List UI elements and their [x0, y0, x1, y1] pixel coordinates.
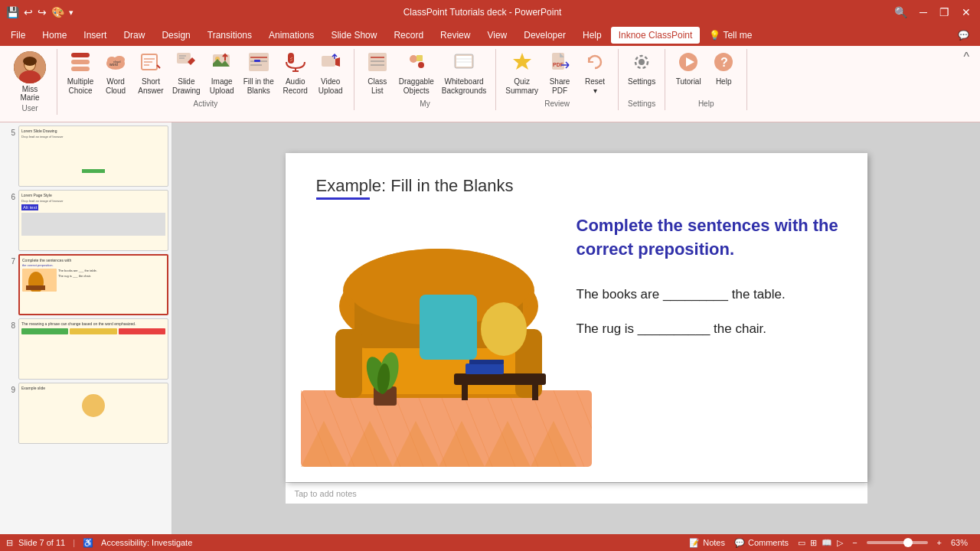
comments-label: Comments	[748, 538, 789, 547]
ribbon-group-review: QuizSummary PDF SharePDF	[499, 49, 619, 110]
svg-rect-27	[254, 60, 260, 62]
zoom-percent[interactable]: 63%	[951, 538, 974, 547]
slide-preview-6[interactable]: Lorem Page Style Drop lead an image of b…	[18, 190, 168, 251]
menu-help[interactable]: Help	[575, 27, 609, 44]
notes-button[interactable]: 📝 Notes	[689, 538, 725, 548]
image-upload-icon	[211, 51, 233, 76]
slide-preview-inner-9: Example slide	[19, 383, 168, 443]
activity-buttons: MultipleChoice word cloud WordCloud	[64, 49, 348, 99]
notes-icon: 📝	[689, 538, 700, 548]
whiteboard-bg-button[interactable]: WhiteboardBackgrounds	[439, 49, 489, 98]
minimize-button[interactable]: ─	[916, 6, 930, 18]
slide-drawing-button[interactable]: SlideDrawing	[169, 49, 204, 98]
slide-num-8: 8	[3, 321, 15, 330]
menu-insert[interactable]: Insert	[76, 27, 114, 44]
quiz-summary-button[interactable]: QuizSummary	[502, 49, 541, 98]
reset-icon	[584, 51, 606, 76]
settings-button[interactable]: Settings	[625, 49, 658, 89]
video-upload-button[interactable]: VideoUpload	[314, 49, 348, 98]
menu-slideshow[interactable]: Slide Show	[323, 27, 384, 44]
menu-animations[interactable]: Animations	[261, 27, 322, 44]
menu-transitions[interactable]: Transitions	[200, 27, 260, 44]
svg-rect-77	[335, 329, 362, 398]
ribbon-collapse-button[interactable]: ^	[959, 49, 974, 66]
menu-developer[interactable]: Developer	[516, 27, 573, 44]
restore-button[interactable]: ❐	[936, 6, 952, 18]
zoom-plus[interactable]: +	[937, 538, 942, 547]
audio-record-button[interactable]: AudioRecord	[279, 49, 312, 98]
menu-view[interactable]: View	[479, 27, 514, 44]
word-cloud-button[interactable]: word cloud WordCloud	[99, 49, 132, 98]
svg-point-4	[23, 57, 37, 66]
slide-preview-5[interactable]: Lorem Slide Drawing Drop lead an image o…	[18, 126, 168, 187]
slide-thumb-5[interactable]: 5 Lorem Slide Drawing Drop lead an image…	[3, 126, 168, 187]
view-icons: ▭ ⊞ 📖 ▷	[798, 538, 843, 548]
share-pdf-button[interactable]: PDF SharePDF	[543, 49, 577, 98]
slide-thumb-6[interactable]: 6 Lorem Page Style Drop lead an image of…	[3, 190, 168, 251]
fill-blanks-label: Fill in theBlanks	[243, 77, 274, 96]
slide-thumb-9[interactable]: 9 Example slide	[3, 383, 168, 444]
ribbon: MissMarie User MultipleChoice	[0, 46, 980, 122]
menu-record[interactable]: Record	[386, 27, 431, 44]
share-pdf-label: SharePDF	[550, 77, 570, 96]
notes-bar[interactable]: Tap to add notes	[286, 482, 867, 504]
menu-file[interactable]: File	[3, 27, 33, 44]
zoom-slider[interactable]	[867, 541, 928, 544]
notes-label: Notes	[703, 538, 725, 547]
reset-button[interactable]: Reset▾	[578, 49, 612, 98]
customize-icon[interactable]: 🎨	[51, 6, 64, 18]
slide-preview-8[interactable]: The meaning a phrase can change based on…	[18, 318, 168, 380]
title-bar: 💾 ↩ ↪ 🎨 ▾ ClassPoint Tutorials deck - Po…	[0, 0, 980, 24]
slide-preview-7[interactable]: Complete the sentences with the correct …	[18, 254, 168, 315]
svg-point-81	[481, 302, 527, 356]
svg-rect-85	[466, 364, 504, 374]
ribbon-group-settings: Settings Settings	[622, 49, 665, 110]
quick-access-toolbar: 💾 ↩ ↪ 🎨 ▾	[6, 6, 74, 18]
redo-icon[interactable]: ↪	[38, 6, 47, 18]
slide-preview-inner-7: Complete the sentences with the correct …	[20, 256, 167, 314]
user-profile-button[interactable]: MissMarie	[9, 49, 51, 104]
search-icon[interactable]: 🔍	[891, 6, 910, 18]
multiple-choice-button[interactable]: MultipleChoice	[64, 49, 97, 98]
help-group-label: Help	[698, 99, 714, 110]
menu-home[interactable]: Home	[34, 27, 74, 44]
image-upload-button[interactable]: ImageUpload	[205, 49, 239, 98]
word-cloud-label: WordCloud	[106, 77, 126, 96]
slide-preview-9[interactable]: Example slide	[18, 383, 168, 444]
slide-num-5: 5	[3, 129, 15, 137]
fill-blanks-button[interactable]: Fill in theBlanks	[240, 49, 277, 98]
class-list-button[interactable]: ClassList	[361, 49, 394, 98]
audio-record-label: AudioRecord	[283, 77, 308, 96]
ribbon-user-buttons: MissMarie	[9, 49, 51, 104]
settings-label: Settings	[628, 77, 655, 86]
reading-view-icon[interactable]: 📖	[822, 538, 832, 548]
share-button[interactable]: 💬	[950, 27, 977, 44]
slide-preview-inner-8: The meaning a phrase can change based on…	[19, 319, 168, 379]
zoom-minus[interactable]: −	[852, 538, 857, 547]
svg-text:cloud: cloud	[113, 60, 121, 64]
slide-thumb-8[interactable]: 8 The meaning a phrase can change based …	[3, 318, 168, 380]
user-name-label: MissMarie	[20, 85, 39, 102]
menu-classpoint[interactable]: Inknoe ClassPoint	[611, 27, 701, 44]
menu-review[interactable]: Review	[433, 27, 478, 44]
comments-button[interactable]: 💬 Comments	[734, 538, 789, 548]
settings-buttons: Settings	[625, 49, 658, 99]
save-icon[interactable]: 💾	[6, 6, 19, 18]
help-button[interactable]: ? Help	[707, 49, 740, 89]
menu-draw[interactable]: Draw	[116, 27, 152, 44]
close-button[interactable]: ✕	[959, 6, 974, 18]
menu-design[interactable]: Design	[154, 27, 198, 44]
slide-sorter-icon[interactable]: ⊞	[810, 538, 817, 548]
tutorial-button[interactable]: Tutorial	[671, 49, 705, 89]
normal-view-icon[interactable]: ▭	[798, 538, 805, 548]
slide-canvas[interactable]: Example: Fill in the Blanks	[286, 153, 867, 482]
short-answer-button[interactable]: ShortAnswer	[134, 49, 168, 98]
undo-icon[interactable]: ↩	[24, 6, 33, 18]
slideshow-icon[interactable]: ▷	[837, 538, 843, 548]
multiple-choice-label: MultipleChoice	[67, 77, 93, 96]
quiz-summary-icon	[511, 51, 533, 76]
slide-icon: ⊟	[6, 538, 13, 547]
menu-tellme[interactable]: 💡Tell me	[701, 27, 760, 44]
draggable-objects-button[interactable]: DraggableObjects	[396, 49, 437, 98]
slide-thumb-7[interactable]: 7 Complete the sentences with the correc…	[3, 254, 168, 315]
